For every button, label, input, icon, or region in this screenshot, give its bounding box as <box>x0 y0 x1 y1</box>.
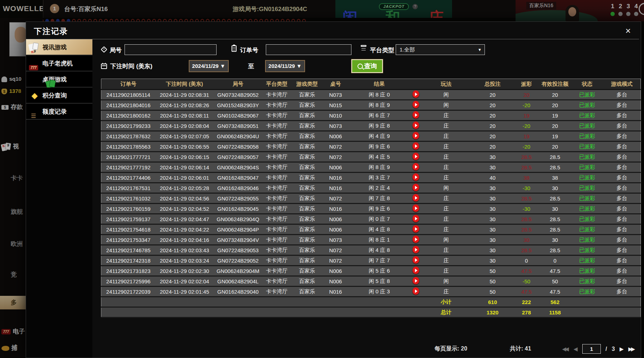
cell-status: 已派彩 <box>571 90 603 100</box>
replay-cell <box>411 110 421 121</box>
cell-payout: 28.5 <box>514 214 539 224</box>
cell-order_no: 241129021731823 <box>101 266 156 276</box>
play-icon[interactable] <box>412 204 419 212</box>
cell-status: 已派彩 <box>571 255 603 266</box>
cell-bet_type: 闲 <box>421 276 471 287</box>
cell-platform: 卡卡湾厅 <box>263 141 291 152</box>
grand-total-total-bet: 1320 <box>471 307 514 318</box>
play-icon[interactable] <box>412 163 419 170</box>
cell-bet_type: 庄 <box>421 121 471 131</box>
cell-game_type: 百家乐 <box>291 245 323 255</box>
play-icon[interactable] <box>412 121 419 129</box>
date-to-picker[interactable]: 2024/11/29 ▼ <box>265 60 305 72</box>
play-icon[interactable] <box>412 101 419 108</box>
game-no-input[interactable] <box>125 44 217 55</box>
diamond-icon: ◆ <box>29 91 40 100</box>
grand-total-spacer <box>101 307 421 318</box>
order-no-input[interactable] <box>266 44 351 55</box>
platform-select[interactable]: 1.全部 ▼ <box>396 44 485 55</box>
play-icon[interactable] <box>412 277 419 284</box>
first-page-icon[interactable]: ◀◀ <box>562 346 569 352</box>
play-icon[interactable] <box>412 132 419 139</box>
play-icon[interactable] <box>412 111 419 119</box>
cell-result: 闲 2 庄 4 <box>348 183 411 193</box>
play-icon[interactable] <box>412 173 419 181</box>
page-separator: / <box>605 346 607 352</box>
subtotal-spacer <box>101 297 421 307</box>
cell-valid_bet: 50 <box>539 276 571 287</box>
play-icon[interactable] <box>412 194 419 202</box>
total-count-label: 共计: 41 <box>510 345 531 353</box>
cell-table_no: N006 <box>323 214 348 224</box>
play-icon[interactable] <box>412 267 419 274</box>
cell-game_type: 百家乐 <box>291 141 323 152</box>
prev-page-icon[interactable]: ◀ <box>573 346 578 352</box>
close-icon[interactable]: × <box>625 27 631 35</box>
cell-bet_type: 庄 <box>421 255 471 266</box>
play-icon[interactable] <box>412 246 419 253</box>
cell-bet_type: 庄 <box>421 245 471 255</box>
cell-bet_time: 2024-11-29 02:03:24 <box>156 255 214 266</box>
sidebar-item-table-games[interactable]: 桌面游戏 <box>26 71 92 88</box>
next-page-icon[interactable]: ▶ <box>619 346 624 352</box>
play-icon[interactable] <box>412 256 419 264</box>
cell-total_bet: 50 <box>471 266 514 276</box>
cell-valid_bet: 47.5 <box>539 287 571 297</box>
cell-total_bet: 30 <box>471 245 514 255</box>
cell-order_no: 241129021754618 <box>101 224 156 235</box>
column-header-payout: 派彩 <box>514 79 539 90</box>
cell-mode: 多台 <box>603 152 641 162</box>
cell-platform: 卡卡湾厅 <box>263 121 291 131</box>
sidebar-item-label: 积分查询 <box>42 92 67 99</box>
cell-status: 已派彩 <box>571 141 603 152</box>
play-icon[interactable] <box>412 153 419 160</box>
cell-game_no: GN07224B29058 <box>214 141 263 152</box>
column-header-game_no: 局号 <box>214 79 263 90</box>
cell-bet_type: 庄 <box>421 110 471 121</box>
column-header-platform: 平台类型 <box>263 79 291 90</box>
cell-result: 闲 7 庄 7 <box>348 255 411 266</box>
play-icon[interactable] <box>412 90 419 98</box>
cell-status: 已派彩 <box>571 276 603 287</box>
per-page-label: 每页显示: 20 <box>435 345 467 353</box>
cell-status: 已派彩 <box>571 121 603 131</box>
sidebar-item-points-query[interactable]: ◆ 积分查询 <box>26 88 92 104</box>
cell-game_no: GN00624B2904L <box>214 276 263 287</box>
cell-table_no: N006 <box>323 162 348 173</box>
table-row: 2411290217467852024-11-29 02:03:43GN0722… <box>101 245 641 255</box>
play-icon[interactable] <box>412 142 419 150</box>
table-row: 2411290217546182024-11-29 02:04:22GN0062… <box>101 224 641 235</box>
cell-bet_time: 2024-11-29 02:08:11 <box>156 110 214 121</box>
play-icon[interactable] <box>412 235 419 243</box>
play-icon[interactable] <box>412 225 419 233</box>
cell-total_bet: 50 <box>471 287 514 297</box>
table-row: 2411290218040162024-11-29 02:08:26GN0152… <box>101 100 641 110</box>
table-row: 2411290217259962024-11-29 02:02:04GN0062… <box>101 276 641 287</box>
cell-result: 闲 5 庄 6 <box>348 266 411 276</box>
search-button[interactable]: 查询 <box>351 59 383 73</box>
play-icon[interactable] <box>412 287 419 295</box>
replay-cell <box>411 235 421 245</box>
cell-game_type: 百家乐 <box>291 162 323 173</box>
subtotal-label: 小计 <box>421 297 471 307</box>
sidebar-item-video-games[interactable]: K9 视讯游戏 <box>26 39 92 55</box>
cell-mode: 多台 <box>603 276 641 287</box>
cell-bet_type: 闲 <box>421 183 471 193</box>
sidebar-item-quota-records[interactable]: 额度记录 <box>26 104 92 120</box>
page-input[interactable] <box>582 344 601 354</box>
cell-total_bet: 30 <box>471 193 514 204</box>
date-from-picker[interactable]: 2024/11/29 ▼ <box>189 60 229 72</box>
play-icon[interactable] <box>412 184 419 191</box>
cell-order_no: 241129021767531 <box>101 183 156 193</box>
bet-records-table: 订单号下注时间 (美东)局号平台类型游戏类型桌号结果玩法总投注派彩有效投注额状态… <box>101 79 641 318</box>
replay-cell <box>411 245 421 255</box>
grand-total-row: 总计 1320 278 1158 <box>101 307 641 318</box>
subtotal-total-bet: 610 <box>471 297 514 307</box>
table-row: 2411290217610322024-11-29 02:04:56GN0722… <box>101 193 641 204</box>
cell-order_no: 241129021761032 <box>101 193 156 204</box>
last-page-icon[interactable]: ▶▶ <box>628 346 635 352</box>
cell-status: 已派彩 <box>571 287 603 297</box>
cell-total_bet: 40 <box>471 173 514 183</box>
sidebar-item-slots[interactable]: 777 电子老虎机 <box>26 55 92 71</box>
play-icon[interactable] <box>412 215 419 222</box>
